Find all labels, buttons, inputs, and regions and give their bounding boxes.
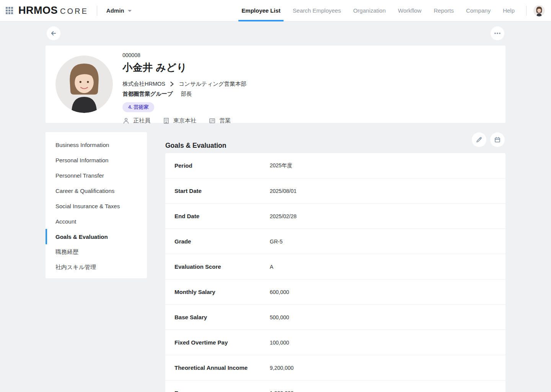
back-button[interactable] [47, 26, 60, 40]
org-path: 株式会社HRMOS コンサルティング営業本部 [122, 80, 246, 88]
field-row-fixed-overtime-pay: Fixed Overtime Pay100,000 [165, 330, 505, 355]
sidebar-item-item-7[interactable]: 職務経歴 [46, 244, 147, 260]
field-label: End Date [165, 213, 270, 219]
job-card-icon [209, 117, 216, 124]
field-label: Bonus [165, 390, 270, 392]
role-label: Admin [106, 7, 124, 14]
field-label: Evaluation Score [165, 263, 270, 270]
field-label: Start Date [165, 188, 270, 194]
field-row-monthly-salary: Monthly Salary600,000 [165, 279, 505, 304]
employee-attribute-2: 東京本社 [163, 117, 196, 124]
app-grid-icon[interactable] [6, 7, 13, 14]
org-company: 株式会社HRMOS [122, 80, 165, 88]
role-selector[interactable]: Admin [106, 7, 132, 14]
field-row-period: Period2025年度 [165, 153, 505, 178]
chevron-down-icon [127, 7, 132, 14]
goals-evaluation-table: Period2025年度Start Date2025/08/01End Date… [165, 153, 505, 392]
sidebar-item-personal-information[interactable]: Personal Information [46, 152, 147, 168]
field-value: 100,000 [270, 340, 289, 346]
calendar-icon [494, 136, 501, 143]
attribute-label: 正社員 [133, 117, 150, 124]
field-value: 9,200,000 [270, 365, 293, 371]
edit-button[interactable] [472, 132, 486, 147]
person-icon [122, 117, 130, 124]
logo-secondary-text: CORE [60, 7, 88, 16]
nav-item-employee-list[interactable]: Employee List [241, 0, 280, 21]
history-calendar-button[interactable] [490, 132, 505, 147]
nav-item-workflow[interactable]: Workflow [398, 0, 421, 21]
chevron-right-icon [170, 82, 174, 87]
employee-attribute-3: 営業 [209, 117, 231, 124]
field-row-grade: GradeGR-5 [165, 229, 505, 254]
employee-name: 小金井 みどり [122, 61, 246, 74]
more-options-button[interactable] [491, 26, 504, 40]
org-division: コンサルティング営業本部 [179, 80, 246, 88]
sidebar-item-personnel-transfer[interactable]: Personnel Transfer [46, 168, 147, 183]
field-row-end-date: End Date2025/02/28 [165, 203, 505, 229]
field-row-theoretical-annual-income: Theoretical Annual Income9,200,000 [165, 355, 505, 380]
job-title: 部長 [181, 91, 192, 97]
ellipsis-icon [494, 32, 501, 34]
field-value: GR-5 [270, 238, 282, 245]
sidebar-item-business-information[interactable]: Business Information [46, 137, 147, 152]
nav-item-reports[interactable]: Reports [434, 0, 454, 21]
field-value: 2025/02/28 [270, 213, 297, 219]
nav-item-help[interactable]: Help [503, 0, 515, 21]
field-row-base-salary: Base Salary500,000 [165, 304, 505, 330]
employee-id: 000008 [122, 52, 246, 58]
field-label: Theoretical Annual Income [165, 364, 270, 371]
field-label: Period [165, 162, 270, 169]
personality-badge: 4. 芸術家 [122, 102, 154, 112]
main-nav: Employee ListSearch EmployeesOrganizatio… [235, 0, 521, 21]
field-value: 600,000 [270, 289, 289, 295]
org-line-2: 首都圏営業グループ 部長 [122, 90, 246, 98]
field-label: Fixed Overtime Pay [165, 339, 270, 346]
sidebar-item-account[interactable]: Account [46, 214, 147, 229]
nav-item-organization[interactable]: Organization [353, 0, 386, 21]
org-group: 首都圏営業グループ [122, 91, 173, 97]
page: HRMOS CORE Admin Employee ListSearch Emp… [0, 0, 551, 392]
field-row-start-date: Start Date2025/08/01 [165, 178, 505, 203]
nav-item-company[interactable]: Company [466, 0, 491, 21]
top-header: HRMOS CORE Admin Employee ListSearch Emp… [0, 0, 551, 21]
field-value: A [270, 264, 273, 270]
profile-sidebar: Business InformationPersonal Information… [46, 132, 147, 278]
building-icon [163, 117, 170, 124]
sidebar-item-item-8[interactable]: 社内スキル管理 [46, 260, 147, 275]
field-row-evaluation-score: Evaluation ScoreA [165, 254, 505, 279]
employee-attribute-1: 正社員 [122, 117, 150, 124]
sidebar-item-career-qualifications[interactable]: Career & Qualifications [46, 183, 147, 198]
field-label: Monthly Salary [165, 289, 270, 295]
pencil-icon [476, 136, 483, 143]
employee-photo [55, 56, 113, 113]
arrow-left-icon [50, 30, 57, 37]
field-value: 1,000,000 [270, 390, 293, 392]
nav-item-search-employees[interactable]: Search Employees [293, 0, 341, 21]
header-divider [97, 6, 97, 16]
attribute-label: 営業 [219, 117, 231, 124]
sidebar-item-goals-evaluation[interactable]: Goals & Evaluation [46, 229, 147, 244]
employee-summary-card: 000008 小金井 みどり 株式会社HRMOS コンサルティング営業本部 首都… [46, 46, 505, 123]
field-value: 2025/08/01 [270, 188, 297, 194]
user-avatar[interactable] [533, 5, 545, 16]
field-label: Grade [165, 238, 270, 245]
field-value: 2025年度 [270, 162, 292, 169]
field-row-bonus: Bonus1,000,000 [165, 380, 505, 392]
field-label: Base Salary [165, 314, 270, 320]
employee-info: 000008 小金井 みどり 株式会社HRMOS コンサルティング営業本部 首都… [122, 52, 246, 124]
logo-primary-text: HRMOS [18, 5, 58, 16]
section-title: Goals & Evaluation [165, 142, 226, 150]
app-logo: HRMOS CORE [18, 5, 88, 16]
sidebar-item-social-insurance-taxes[interactable]: Social Insurance & Taxes [46, 198, 147, 214]
header-divider-2 [526, 6, 527, 16]
field-value: 500,000 [270, 314, 289, 320]
attribute-label: 東京本社 [173, 117, 196, 124]
employee-attributes: 正社員東京本社営業 [122, 117, 246, 124]
